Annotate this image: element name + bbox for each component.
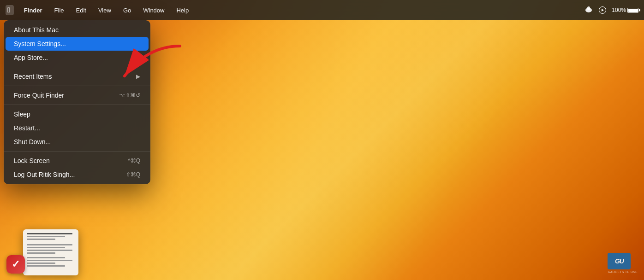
menu-item-force-quit[interactable]: Force Quit Finder ⌥⇧⌘↺ — [6, 88, 149, 102]
view-menu[interactable]: View — [96, 6, 113, 15]
dock-app-icon[interactable]: ✓ — [6, 255, 25, 274]
window-menu[interactable]: Window — [141, 6, 166, 15]
thumbnail-content — [23, 229, 78, 272]
menu-item-logout[interactable]: Log Out Ritik Singh... ⇧⌘Q — [6, 168, 149, 181]
app-icon-symbol: ✓ — [12, 258, 20, 270]
battery-indicator: 100% — [612, 7, 638, 13]
menu-item-restart[interactable]: Restart... — [6, 121, 149, 135]
separator-3 — [4, 105, 150, 105]
watermark: GU GADGETS TO USE — [608, 253, 638, 274]
play-icon[interactable] — [599, 6, 606, 14]
battery-bar — [627, 8, 638, 13]
menu-item-shutdown[interactable]: Shut Down... — [6, 135, 149, 149]
separator-1 — [4, 67, 150, 67]
svg-rect-1 — [587, 6, 590, 10]
menu-item-app-store[interactable]: App Store... — [6, 51, 149, 64]
menu-item-about[interactable]: About This Mac — [6, 23, 149, 37]
help-menu[interactable]: Help — [174, 6, 191, 15]
chevron-right-icon: ▶ — [136, 73, 140, 80]
sauce-icon[interactable] — [584, 5, 593, 16]
apple-menu-dropdown: About This Mac System Settings... App St… — [4, 20, 150, 184]
menu-item-recent-items[interactable]: Recent Items ▶ — [6, 70, 149, 83]
play-triangle — [602, 9, 604, 12]
finder-menu[interactable]: Finder — [22, 6, 44, 15]
watermark-logo: GU — [608, 253, 631, 269]
go-menu[interactable]: Go — [121, 6, 133, 15]
edit-menu[interactable]: Edit — [74, 6, 88, 15]
menu-item-system-settings[interactable]: System Settings... — [6, 37, 149, 51]
dock-thumbnail[interactable] — [23, 229, 78, 275]
file-menu[interactable]: File — [53, 6, 66, 15]
apple-menu-trigger[interactable]:  — [6, 5, 14, 15]
menu-item-lock-screen[interactable]: Lock Screen ^⌘Q — [6, 154, 149, 168]
menubar:  Finder File Edit View Go Window Help — [0, 0, 644, 20]
apple-icon:  — [7, 6, 10, 14]
menu-item-sleep[interactable]: Sleep — [6, 107, 149, 121]
menubar-right: 100% — [584, 5, 638, 16]
separator-2 — [4, 86, 150, 86]
separator-4 — [4, 151, 150, 152]
battery-fill — [628, 9, 638, 12]
dock-area: ✓ — [0, 225, 644, 280]
menubar-left:  Finder File Edit View Go Window Help — [6, 5, 191, 15]
